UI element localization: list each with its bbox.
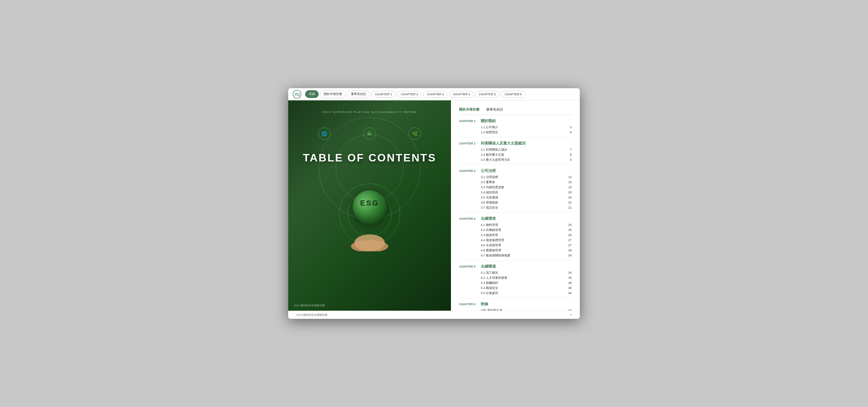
toc-item-page: 30 [565,254,572,257]
toc-section-ch6: CHAPTER 6附錄GRI 準則索引表42 [459,302,572,311]
toc-panel: 關於本報告書 董事長的話 CHAPTER 1關於匯鉑1.1 公司簡介51.2 經… [451,100,580,311]
toc-item-label: 3.1 治理架構 [481,175,565,179]
toc-chapter-title-3[interactable]: 公司治理 [481,168,496,173]
toc-item: 2.2 鑑別重大主題8 [459,152,572,157]
toc-section-ch5: CHAPTER 5永續職場5.1 員工概況335.2 人才培養與發展355.3 … [459,264,572,298]
nav-bar: 目錄關於本報告書董事長的話CHAPTER 1CHAPTER 2CHAPTER 3… [288,88,580,100]
toc-item-label: 1.2 經營理念 [481,130,565,135]
toc-chairman-link[interactable]: 董事長的話 [486,107,503,112]
hand-svg [346,228,393,251]
toc-item: 4.7 氣候相關財務揭露30 [459,253,572,258]
toc-chapter-title-2[interactable]: 利害關係人及重大主題鑑別 [481,141,526,146]
toc-item-label: 3.3 功能性委員會 [481,185,565,190]
toc-chapter-label-1: CHAPTER 1 [459,119,479,123]
toc-item-page: 21 [565,206,572,209]
toc-item: 3.1 治理架構12 [459,175,572,180]
toc-chapter-title-5[interactable]: 永續職場 [481,264,496,269]
toc-chapter-row-4: CHAPTER 4永續環境 [459,216,572,221]
toc-item: 4.5 水資源管理27 [459,243,572,248]
nav-tab-ch1[interactable]: CHAPTER 1 [371,91,396,98]
toc-item: 4.2 供應鏈管理25 [459,228,572,233]
nav-tab-index[interactable]: 目錄 [305,90,319,98]
toc-chapter-label-2: CHAPTER 2 [459,142,479,145]
toc-item-page: 27 [565,244,572,247]
toc-item-page: 33 [565,271,572,274]
toc-item-page: 9 [565,158,572,161]
toc-item: 4.3 能源管理26 [459,233,572,238]
toc-chapter-label-3: CHAPTER 3 [459,169,479,173]
toc-item-page: 27 [565,238,572,242]
toc-item-label: 4.3 能源管理 [481,233,565,237]
toc-chapter-row-5: CHAPTER 5永續職場 [459,264,572,269]
toc-chapter-title-6[interactable]: 附錄 [481,302,488,307]
svg-point-0 [293,90,301,98]
toc-item-page: 5 [565,131,572,134]
toc-item-page: 15 [565,180,572,184]
toc-item-page: 21 [565,201,572,204]
logo [292,90,302,99]
toc-item-page: 20 [565,196,572,199]
footer-right: 1 [570,313,572,317]
document: 目錄關於本報告書董事長的話CHAPTER 1CHAPTER 2CHAPTER 3… [288,88,580,319]
toc-item: GRI 準則索引表42 [459,308,572,311]
toc-divider [459,298,572,298]
nav-tab-ch6[interactable]: CHAPTER 6 [501,91,526,98]
toc-item-label: 3.6 營運績效 [481,200,565,205]
toc-item-page: 26 [565,233,572,237]
toc-item-label: 4.5 水資源管理 [481,243,565,248]
toc-item-page: 8 [565,153,572,156]
toc-item-page: 36 [565,281,572,285]
cover-panel: 2023 SUPERIOR PLATING SUSTAINABILITY REP… [288,100,451,311]
nav-tabs: 目錄關於本報告書董事長的話CHAPTER 1CHAPTER 2CHAPTER 3… [305,90,526,98]
toc-chapter-row-3: CHAPTER 3公司治理 [459,168,572,173]
toc-item-label: 3.7 資訊安全 [481,206,565,210]
toc-item-page: 29 [565,249,572,252]
toc-divider [459,260,572,260]
page-footer: 2023 匯鉑科技永續報告書 1 [288,311,580,319]
cover-subtitle: 2023 SUPERIOR PLATING SUSTAINABILITY REP… [288,111,451,114]
toc-item-page: 42 [565,309,572,311]
cover-footer: 2023 匯鉑科技永續報告書 [294,304,325,307]
toc-item: 3.7 資訊安全21 [459,205,572,210]
toc-section-ch3: CHAPTER 3公司治理3.1 治理架構123.2 董事會153.3 功能性委… [459,168,572,213]
toc-item-page: 20 [565,191,572,194]
toc-item-label: 5.2 人才培養與發展 [481,276,565,280]
toc-about-link[interactable]: 關於本報告書 [459,107,479,112]
toc-item: 3.3 功能性委員會19 [459,185,572,190]
toc-chapter-title-4[interactable]: 永續環境 [481,216,496,221]
nav-tab-ch2[interactable]: CHAPTER 2 [397,91,422,98]
toc-item: 4.6 廢棄物管理29 [459,248,572,253]
toc-item-label: 5.1 員工概況 [481,271,565,275]
toc-divider [459,137,572,137]
toc-item-page: 40 [565,291,572,295]
toc-item-label: 4.4 溫室氣體管理 [481,238,565,243]
nav-tab-ch5[interactable]: CHAPTER 5 [475,91,500,98]
toc-item: 5.2 人才培養與發展35 [459,275,572,280]
toc-item-label: 5.4 職場安全 [481,286,565,290]
svg-point-2 [354,234,385,251]
toc-item-label: 2.2 鑑別重大主題 [481,153,565,157]
toc-item-label: 5.3 薪酬福利 [481,281,565,285]
toc-item: 5.4 職場安全38 [459,286,572,291]
toc-chapter-row-6: CHAPTER 6附錄 [459,302,572,307]
toc-section-ch2: CHAPTER 2利害關係人及重大主題鑑別2.1 利害關係人議合72.2 鑑別重… [459,141,572,165]
toc-item-page: 7 [565,148,572,151]
toc-item-page: 35 [565,276,572,279]
toc-item: 1.2 經營理念5 [459,130,572,135]
toc-item: 2.1 利害關係人議合7 [459,147,572,152]
bank-icon: 🏛 [363,128,376,140]
toc-item-label: 3.4 誠信程器 [481,190,565,195]
nav-tab-chairman[interactable]: 董事長的話 [347,90,370,98]
toc-header-links: 關於本報告書 董事長的話 [459,107,572,115]
toc-item: 5.5 社會參與40 [459,291,572,296]
toc-divider [459,212,572,213]
toc-item: 3.4 誠信程器20 [459,190,572,195]
toc-item-page: 24 [565,223,572,227]
nav-tab-ch3[interactable]: CHAPTER 3 [423,91,448,98]
toc-chapter-label-4: CHAPTER 4 [459,217,479,220]
toc-item-label: 4.7 氣候相關財務揭露 [481,253,565,258]
nav-tab-about[interactable]: 關於本報告書 [320,90,346,98]
cover-image: 2023 SUPERIOR PLATING SUSTAINABILITY REP… [288,100,451,311]
nav-tab-ch4[interactable]: CHAPTER 4 [449,91,474,98]
toc-chapter-title-1[interactable]: 關於匯鉑 [481,118,496,123]
